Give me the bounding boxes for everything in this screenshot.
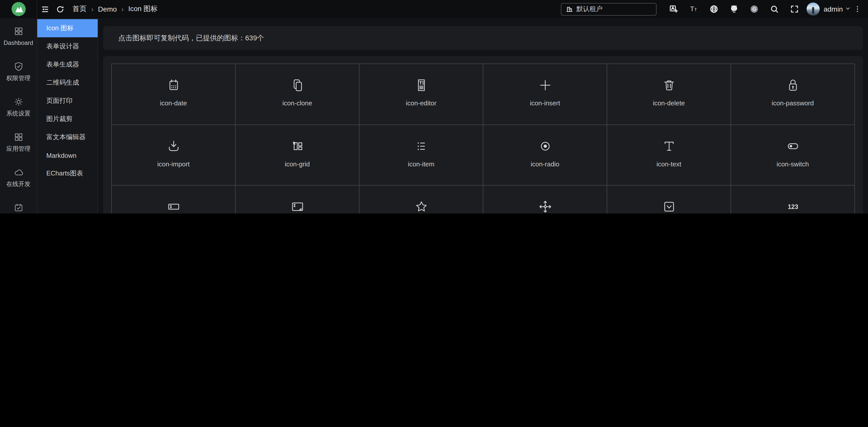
submenu-item[interactable]: 二维码生成 [37,74,98,92]
icon-cell-icon-switch[interactable]: icon-switch [731,125,855,186]
sidebar-item-label: 应用管理 [6,145,30,151]
breadcrumb-separator: › [91,5,93,13]
refresh-icon [56,5,64,13]
move-icon [537,199,553,214]
font-size-button[interactable] [684,0,704,18]
icon-cell-icon-password[interactable]: icon-password [731,64,855,125]
icon-cell-icon-delete[interactable]: icon-delete [607,64,731,125]
sidebar-item-系统设置[interactable]: 系统设置 [0,89,37,124]
icon-cell-icon-move[interactable]: icon-move [483,186,607,214]
textarea-icon [290,199,305,214]
icon-label: icon-grid [285,160,310,168]
icon-cell-icon-grid[interactable]: icon-grid [236,125,360,186]
sidebar-item-label: 系统设置 [6,110,30,116]
breadcrumb-item[interactable]: Icon 图标 [128,4,158,13]
insert-icon [537,78,553,93]
gear-icon [13,96,23,107]
icon-label: icon-text [656,160,681,168]
github-button[interactable] [724,0,744,18]
icon-label: icon-editor [406,99,436,107]
fullscreen-icon [790,4,799,13]
import-icon [166,138,181,153]
icon-cell-icon-select[interactable]: icon-select [607,186,731,214]
building-icon [566,5,573,12]
submenu-item[interactable]: 富文本编辑器 [37,128,98,146]
tenant-select-value: 默认租户 [577,4,603,13]
main-content: 点击图标即可复制代码，已提供的图标：639个 icon-dateicon-clo… [98,18,868,214]
sidebar-item-应用管理[interactable]: 应用管理 [0,124,37,159]
icon-label: icon-import [157,160,190,168]
sidebar-item-dashboard[interactable]: Dashboard [0,18,37,53]
icon-label: icon-insert [530,99,560,107]
gitee-button[interactable] [744,0,764,18]
app-logo[interactable] [11,2,25,16]
icon-cell-icon-text[interactable]: icon-text [607,125,731,186]
refresh-button[interactable] [52,0,67,18]
icon-label: icon-password [772,99,814,107]
secondary-sidebar: Icon 图标表单设计器表单生成器二维码生成页面打印图片裁剪富文本编辑器Mark… [37,18,98,214]
sidebar-item-label: 权限管理 [6,75,30,81]
submenu-item[interactable]: Markdown [37,146,98,164]
font-size-icon [689,4,698,13]
icon-cell-icon-item[interactable]: icon-item [360,125,483,186]
icon-cell-icon-import[interactable]: icon-import [112,125,236,186]
submenu-item[interactable]: Icon 图标 [37,19,98,37]
icon-cell-icon-date[interactable]: icon-date [112,64,236,125]
icon-label: icon-clone [282,99,312,107]
submenu-item[interactable]: 表单生成器 [37,55,98,74]
text-icon [661,138,676,153]
user-avatar[interactable] [807,2,820,16]
clone-icon [290,78,305,93]
logo-box [0,0,37,18]
icon-cell-icon-radio[interactable]: icon-radio [483,125,607,186]
submenu-item[interactable]: ECharts图表 [37,164,98,182]
icon-label: icon-switch [777,160,809,168]
radio-icon [537,138,553,153]
breadcrumb: 首页›Demo›Icon 图标 [72,4,158,13]
user-menu-caret[interactable] [845,4,851,13]
icon-cell-icon-clone[interactable]: icon-clone [236,64,360,125]
submenu-item[interactable]: 图片裁剪 [37,110,98,128]
icon-grid: icon-dateicon-cloneicon-editoricon-inser… [111,63,855,214]
sidebar-item-流程引擎[interactable]: 流程引擎 [0,195,37,214]
fullscreen-button[interactable] [784,0,805,18]
globe-icon [709,4,718,13]
breadcrumb-item[interactable]: 首页 [72,4,87,13]
submenu-item[interactable]: 表单设计器 [37,37,98,55]
search-icon [770,4,779,13]
switch-icon [785,138,800,153]
gitee-icon [750,4,759,13]
translate-button[interactable] [663,0,684,18]
icon-label: icon-delete [653,99,685,107]
icon-cell-icon-insert[interactable]: icon-insert [483,64,607,125]
icon-cell-icon-rate[interactable]: icon-rate [360,186,483,214]
delete-icon [661,78,676,93]
icon-cell-icon-input[interactable]: icon-input [112,186,236,214]
shield-icon [13,61,23,71]
icon-label: icon-item [408,160,434,168]
icon-cell-icon-number[interactable]: icon-number [731,186,855,214]
select-icon [661,199,676,214]
github-icon [730,4,739,13]
breadcrumb-item[interactable]: Demo [98,5,117,13]
tenant-select[interactable]: 默认租户 [561,3,656,16]
sidebar-item-在线开发[interactable]: 在线开发 [0,159,37,195]
username[interactable]: admin [824,5,843,13]
grid4-icon [13,26,23,36]
sidebar-item-label: 在线开发 [6,181,30,187]
grid4-icon [13,132,23,142]
collapse-sidebar-button[interactable] [37,0,52,18]
sidebar-item-权限管理[interactable]: 权限管理 [0,53,37,89]
more-vertical-icon [854,5,862,13]
grid-icon [290,138,305,153]
language-button[interactable] [704,0,724,18]
more-button[interactable] [851,0,864,18]
topbar: 首页›Demo›Icon 图标 默认租户 admin [0,0,868,18]
search-button[interactable] [764,0,784,18]
icon-cell-icon-textarea[interactable]: icon-textarea [236,186,360,214]
input-icon [166,199,181,214]
icon-cell-icon-editor[interactable]: icon-editor [360,64,483,125]
mountain-logo-icon [11,2,25,16]
icon-label: icon-radio [531,160,559,168]
submenu-item[interactable]: 页面打印 [37,92,98,110]
